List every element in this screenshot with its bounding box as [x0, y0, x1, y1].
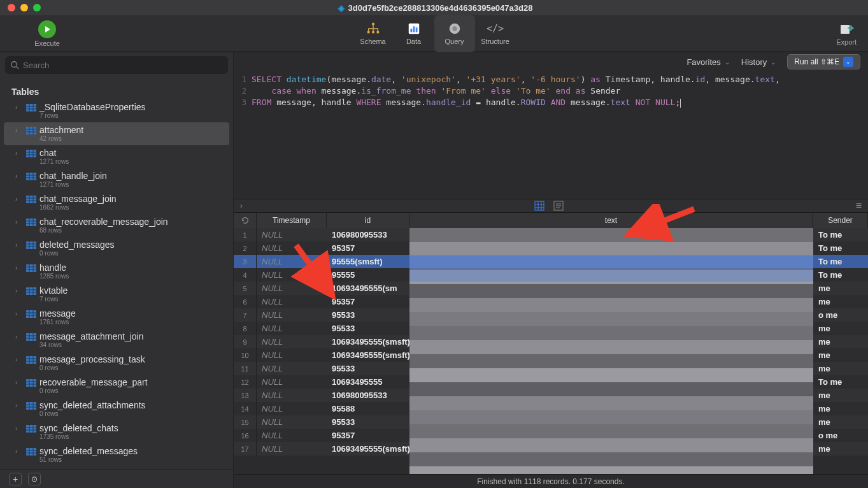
table-row[interactable]: 15NULL95533me	[234, 415, 868, 429]
cell-text	[409, 322, 813, 335]
table-row[interactable]: 3NULL95555(smsft)To me	[234, 255, 868, 268]
cell-text	[409, 442, 813, 456]
line-number: 3	[234, 97, 252, 108]
table-row[interactable]: 11NULL95533me	[234, 362, 868, 375]
sidebar-table-item[interactable]: ›deleted_messages0 rows	[4, 237, 229, 260]
sidebar-table-item[interactable]: ›sync_deleted_attachments0 rows	[4, 398, 229, 420]
grid-view-icon[interactable]	[534, 200, 545, 212]
table-row[interactable]: 4NULL95555To me	[234, 268, 868, 282]
svg-rect-103	[535, 201, 544, 210]
cell-timestamp: NULL	[257, 362, 327, 375]
results-menu-icon[interactable]: ≡	[856, 200, 862, 212]
window-minimize-button[interactable]	[20, 4, 28, 11]
chevron-down-icon: ⌄	[843, 57, 853, 67]
chevron-right-icon: ›	[15, 446, 23, 455]
sidebar-table-item[interactable]: ›chat_recoverable_message_join68 rows	[4, 214, 229, 237]
chevron-right-icon: ›	[15, 423, 23, 432]
cell-text	[409, 362, 813, 375]
run-all-button[interactable]: Run all ⇧⌘E ⌄	[787, 54, 860, 69]
cell-id: 95588	[327, 402, 409, 415]
search-icon	[10, 61, 19, 69]
svg-rect-68	[26, 356, 36, 364]
cell-timestamp: NULL	[257, 282, 327, 295]
refresh-icon[interactable]	[234, 213, 257, 228]
table-row[interactable]: 10NULL10693495555(smsft)me	[234, 348, 868, 362]
table-rowcount: 0 rows	[39, 364, 224, 372]
sidebar-table-item[interactable]: ›recoverable_message_part0 rows	[4, 375, 229, 398]
table-row[interactable]: 16NULL95357o me	[234, 429, 868, 442]
table-row[interactable]: 6NULL95357me	[234, 295, 868, 308]
window-maximize-button[interactable]	[33, 4, 41, 11]
sidebar-table-item[interactable]: ›_SqliteDatabaseProperties7 rows	[4, 99, 229, 122]
cell-timestamp: NULL	[257, 241, 327, 255]
table-row[interactable]: 14NULL95588me	[234, 402, 868, 415]
cell-sender: me	[813, 348, 868, 362]
cell-id: 95357	[327, 295, 409, 308]
svg-rect-63	[26, 333, 36, 341]
cell-id: 106980095533	[327, 228, 409, 241]
table-row[interactable]: 5NULL10693495555(smme	[234, 282, 868, 295]
column-text[interactable]: text	[409, 213, 813, 228]
sidebar-table-item[interactable]: ›chat1271 rows	[4, 145, 229, 168]
grid-header: Timestamp id text Sender	[234, 213, 868, 228]
table-icon	[25, 378, 37, 387]
svg-rect-78	[26, 402, 36, 410]
table-row[interactable]: 12NULL10693495555To me	[234, 375, 868, 389]
cell-id: 95357	[327, 429, 409, 442]
sql-editor[interactable]: 1SELECT datetime(message.date, 'unixepoc…	[234, 71, 868, 199]
row-number: 8	[234, 322, 257, 335]
table-row[interactable]: 17NULL10693495555(smsft)me	[234, 442, 868, 456]
more-button[interactable]: ⊙	[28, 473, 41, 485]
text-view-icon[interactable]	[553, 200, 564, 212]
query-toolbar: Favorites ⌄ History ⌄ Run all ⇧⌘E ⌄	[234, 52, 868, 71]
sidebar-table-item[interactable]: ›handle1285 rows	[4, 260, 229, 283]
sidebar-table-item[interactable]: ›attachment42 rows	[4, 122, 229, 145]
column-timestamp[interactable]: Timestamp	[257, 213, 327, 228]
play-icon	[44, 25, 52, 33]
table-name: _SqliteDatabaseProperties	[39, 102, 224, 112]
tab-schema[interactable]: Schema	[353, 15, 394, 52]
cell-text	[409, 241, 813, 255]
cell-timestamp: NULL	[257, 308, 327, 322]
row-number: 1	[234, 228, 257, 241]
svg-line-12	[17, 67, 19, 69]
svg-rect-7	[415, 27, 417, 32]
add-button[interactable]: +	[9, 473, 22, 485]
table-row[interactable]: 13NULL106980095533me	[234, 389, 868, 402]
sidebar-table-item[interactable]: ›sync_deleted_messages51 rows	[4, 443, 229, 466]
cell-sender: o me	[813, 308, 868, 322]
cell-timestamp: NULL	[257, 228, 327, 241]
sidebar-table-item[interactable]: ›message_attachment_join34 rows	[4, 329, 229, 352]
export-button[interactable]: Export	[836, 22, 857, 46]
table-row[interactable]: 7NULL95533o me	[234, 308, 868, 322]
column-sender[interactable]: Sender	[813, 213, 868, 228]
search-input[interactable]	[5, 56, 228, 74]
history-menu[interactable]: History ⌄	[741, 57, 776, 67]
sidebar-table-item[interactable]: ›message_processing_task0 rows	[4, 352, 229, 375]
tab-structure[interactable]: </> Structure	[475, 15, 516, 52]
tab-data[interactable]: Data	[394, 15, 434, 52]
svg-rect-48	[26, 264, 36, 272]
sidebar: Tables ›_SqliteDatabaseProperties7 rows›…	[0, 52, 234, 488]
table-row[interactable]: 9NULL10693495555(smsft)me	[234, 335, 868, 348]
tab-query[interactable]: Query	[434, 15, 475, 52]
table-name: message	[39, 308, 224, 319]
svg-rect-83	[26, 425, 36, 433]
sidebar-table-item[interactable]: ›kvtable7 rows	[4, 283, 229, 306]
table-row[interactable]: 8NULL95533me	[234, 322, 868, 335]
sidebar-table-item[interactable]: ›message1761 rows	[4, 306, 229, 329]
table-row[interactable]: 1NULL106980095533To me	[234, 228, 868, 241]
window-close-button[interactable]	[8, 4, 15, 11]
cell-text	[409, 415, 813, 429]
table-rowcount: 1662 rows	[39, 204, 224, 212]
table-row[interactable]: 2NULL95357To me	[234, 241, 868, 255]
line-number: 1	[234, 74, 252, 85]
column-id[interactable]: id	[327, 213, 409, 228]
execute-button[interactable]	[38, 20, 56, 38]
sidebar-table-item[interactable]: ›chat_handle_join1271 rows	[4, 168, 229, 191]
favorites-menu[interactable]: Favorites ⌄	[687, 57, 729, 67]
sidebar-table-item[interactable]: ›chat_message_join1662 rows	[4, 191, 229, 214]
table-icon	[25, 241, 37, 250]
cell-sender: me	[813, 362, 868, 375]
sidebar-table-item[interactable]: ›sync_deleted_chats1735 rows	[4, 420, 229, 443]
